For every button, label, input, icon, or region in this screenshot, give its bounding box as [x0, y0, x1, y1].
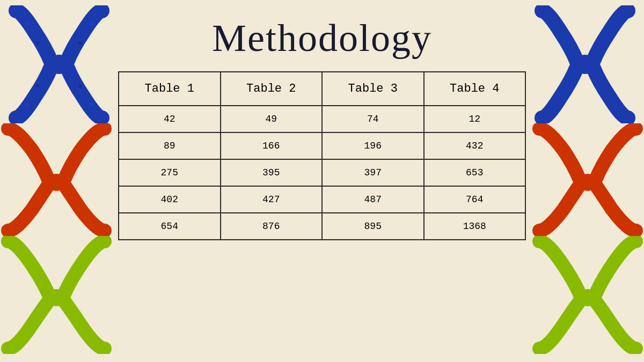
- page-title: Methodology: [212, 16, 432, 61]
- svg-point-1: [25, 22, 29, 26]
- table-row: 275395397653: [119, 159, 525, 186]
- svg-point-6: [36, 84, 39, 87]
- cell-r2-c3: 196: [322, 132, 424, 159]
- cell-r3-c2: 395: [221, 159, 323, 186]
- svg-point-2: [36, 41, 39, 45]
- svg-point-9: [48, 174, 65, 191]
- col-header-3: Table 3: [322, 72, 424, 106]
- chromosome-blue-left: [5, 5, 113, 123]
- col-header-1: Table 1: [119, 72, 221, 106]
- table-row: 42497412: [119, 106, 525, 132]
- cell-r2-c1: 89: [119, 132, 221, 159]
- cell-r3-c1: 275: [119, 159, 221, 186]
- cell-r2-c4: 432: [424, 132, 526, 159]
- page-container: Methodology Table 1 Table 2 Table 3 Tabl…: [0, 0, 644, 362]
- cell-r3-c4: 653: [424, 159, 526, 186]
- cell-r5-c1: 654: [119, 213, 221, 240]
- cell-r2-c2: 166: [221, 132, 323, 159]
- cell-r4-c4: 764: [424, 186, 526, 213]
- svg-point-11: [575, 55, 595, 74]
- cell-r5-c3: 895: [322, 213, 424, 240]
- cell-r1-c1: 42: [119, 106, 221, 132]
- svg-point-10: [48, 289, 65, 306]
- cell-r4-c2: 427: [221, 186, 323, 213]
- col-header-2: Table 2: [221, 72, 323, 106]
- cell-r5-c2: 876: [221, 213, 323, 240]
- svg-point-4: [79, 41, 82, 45]
- svg-point-12: [579, 174, 596, 191]
- table-row: 89166196432: [119, 132, 525, 159]
- chromosome-red-right: [531, 123, 644, 236]
- svg-point-5: [25, 102, 29, 107]
- svg-point-7: [89, 102, 93, 107]
- cell-r4-c3: 487: [322, 186, 424, 213]
- chromosome-blue-right: [531, 5, 639, 123]
- table-row: 402427487764: [119, 186, 525, 213]
- chromosome-red-left: [0, 123, 113, 236]
- table-row: 6548768951368: [119, 213, 525, 240]
- chromosome-green-left: [0, 236, 113, 354]
- cell-r4-c1: 402: [119, 186, 221, 213]
- data-table-section: Table 1 Table 2 Table 3 Table 4 42497412…: [118, 71, 526, 240]
- cell-r5-c4: 1368: [424, 213, 526, 240]
- table-header-row: Table 1 Table 2 Table 3 Table 4: [119, 72, 525, 106]
- svg-point-13: [579, 289, 596, 306]
- svg-point-0: [49, 55, 69, 74]
- cell-r1-c4: 12: [424, 106, 526, 132]
- table-body: 4249741289166196432275395397653402427487…: [119, 106, 525, 240]
- data-table: Table 1 Table 2 Table 3 Table 4 42497412…: [118, 71, 526, 240]
- svg-point-3: [89, 22, 93, 26]
- svg-point-8: [79, 84, 82, 87]
- cell-r1-c3: 74: [322, 106, 424, 132]
- cell-r1-c2: 49: [221, 106, 323, 132]
- cell-r3-c3: 397: [322, 159, 424, 186]
- chromosome-green-right: [531, 236, 644, 354]
- col-header-4: Table 4: [424, 72, 526, 106]
